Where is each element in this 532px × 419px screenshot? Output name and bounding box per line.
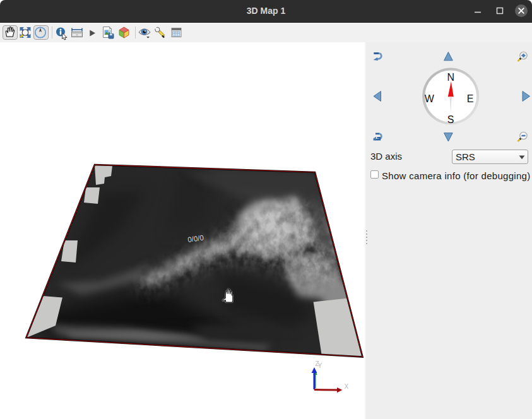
svg-text:S: S xyxy=(447,114,454,125)
svg-text:Y: Y xyxy=(318,362,322,369)
svg-text:E: E xyxy=(467,93,474,104)
svg-text:X: X xyxy=(345,383,349,390)
svg-text:N: N xyxy=(447,72,454,83)
svg-text:W: W xyxy=(425,93,435,104)
